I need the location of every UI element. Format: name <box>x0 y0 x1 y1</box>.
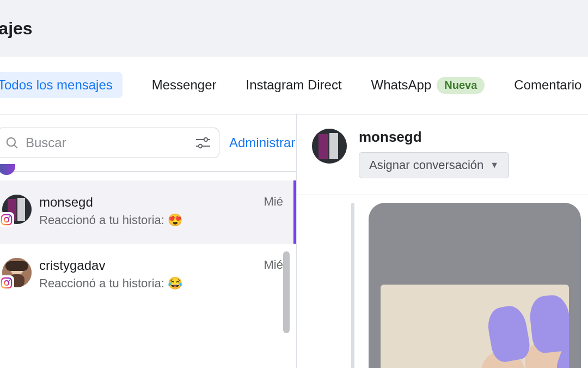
avatar-wrap <box>2 195 32 224</box>
tab-whatsapp-label: WhatsApp <box>371 77 432 93</box>
tab-comments[interactable]: Comentario <box>514 77 581 93</box>
svg-rect-20 <box>318 134 328 159</box>
conversation-preview: Reaccionó a tu historia: 😍 <box>39 213 256 227</box>
svg-rect-8 <box>17 198 25 221</box>
conversation-item[interactable]: monsegd Reaccionó a tu historia: 😍 Mié <box>0 180 296 244</box>
instagram-badge-icon <box>0 275 14 291</box>
scrollbar[interactable] <box>283 251 290 333</box>
badge-new: Nueva <box>437 77 485 94</box>
conversation-name: monsegd <box>39 195 256 210</box>
manage-link[interactable]: Administrar <box>229 135 295 150</box>
story-image <box>381 285 569 368</box>
filter-icon[interactable] <box>195 137 211 149</box>
tab-whatsapp[interactable]: WhatsApp Nueva <box>371 77 485 94</box>
avatar-wrap <box>2 258 32 287</box>
search-input[interactable] <box>26 135 188 150</box>
svg-rect-16 <box>2 278 11 288</box>
peek-avatar <box>0 164 15 175</box>
svg-line-1 <box>14 145 17 148</box>
svg-rect-9 <box>2 215 11 225</box>
content-area: Administrar monsegd Reaccionó a t <box>0 114 588 368</box>
heart-eyes-emoji-icon: 😍 <box>168 213 182 227</box>
conversation-list: monsegd Reaccionó a tu historia: 😍 Mié <box>0 180 296 307</box>
svg-point-10 <box>4 218 9 222</box>
chat-header: monsegd Asignar conversación ▼ <box>297 114 588 195</box>
chat-body <box>297 195 588 368</box>
svg-point-5 <box>199 144 202 148</box>
left-pane: Administrar monsegd Reaccionó a t <box>0 114 297 368</box>
tab-instagram-direct[interactable]: Instagram Direct <box>246 77 342 93</box>
conversation-name: cristygadav <box>39 258 256 273</box>
svg-point-18 <box>9 280 10 281</box>
svg-point-3 <box>204 138 207 141</box>
chat-title[interactable]: monsegd <box>359 129 509 146</box>
header-bar: nsajes <box>0 0 588 57</box>
chat-title-block: monsegd Asignar conversación ▼ <box>359 129 509 178</box>
chevron-down-icon: ▼ <box>490 160 499 170</box>
conversation-text: cristygadav Reaccionó a tu historia: 😂 <box>39 258 256 291</box>
preview-text: Reaccionó a tu historia: <box>39 213 168 227</box>
right-pane: monsegd Asignar conversación ▼ <box>297 114 588 368</box>
search-row: Administrar <box>0 114 296 172</box>
conversation-preview: Reaccionó a tu historia: 😂 <box>39 276 256 291</box>
svg-rect-15 <box>5 261 28 271</box>
svg-point-17 <box>4 281 9 285</box>
svg-rect-21 <box>329 133 338 159</box>
tab-messenger[interactable]: Messenger <box>152 77 217 93</box>
search-icon <box>5 136 19 150</box>
instagram-badge-icon <box>0 212 14 227</box>
conversation-time: Mié <box>264 258 283 291</box>
laugh-cry-emoji-icon: 😂 <box>168 276 182 291</box>
search-box[interactable] <box>0 128 219 158</box>
tab-bar: Todos los mensajes Messenger Instagram D… <box>0 57 588 114</box>
page-title: nsajes <box>0 19 33 39</box>
conversation-item[interactable]: cristygadav Reaccionó a tu historia: 😂 M… <box>0 244 296 307</box>
conversation-time: Mié <box>264 195 283 227</box>
conversation-text: monsegd Reaccionó a tu historia: 😍 <box>39 195 256 227</box>
svg-point-0 <box>7 138 15 146</box>
svg-point-11 <box>9 216 10 218</box>
tab-all-messages[interactable]: Todos los mensajes <box>0 72 122 98</box>
message-thread-rail <box>351 203 354 368</box>
preview-text: Reaccionó a tu historia: <box>39 276 168 290</box>
assign-conversation-button[interactable]: Asignar conversación ▼ <box>359 152 509 178</box>
assign-label: Asignar conversación <box>369 158 483 172</box>
story-attachment[interactable] <box>369 203 581 368</box>
chat-avatar[interactable] <box>312 129 347 164</box>
